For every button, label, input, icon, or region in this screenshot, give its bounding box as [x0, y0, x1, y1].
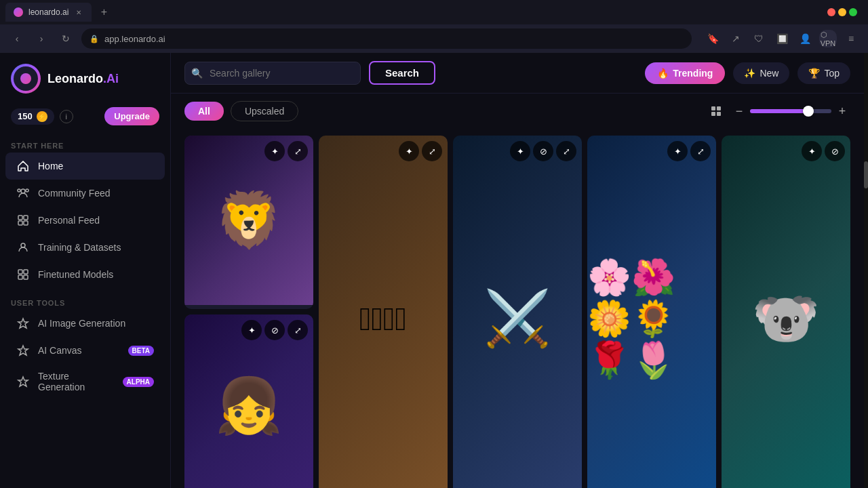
sidebar-item-finetuned[interactable]: Finetuned Models	[5, 261, 165, 288]
profile-icon[interactable]: 👤	[796, 30, 814, 47]
magic-button-1[interactable]: ✦	[264, 141, 285, 161]
new-button[interactable]: ✨ New	[733, 62, 789, 84]
grid-view-button[interactable]	[705, 100, 727, 122]
gallery-item-1[interactable]: ✦ ⤢	[184, 136, 313, 309]
gallery-grid: ✦ ⤢ 𓀀𓁀𓂀𓃀 ✦ ⤢ ⚔️ ✦ ⊘ ⤢	[184, 136, 850, 488]
sidebar-item-training[interactable]: Training & Datasets	[5, 234, 165, 261]
trending-button[interactable]: 🔥 Trending	[645, 62, 725, 84]
zoom-control: − +	[731, 103, 850, 119]
window-maximize[interactable]	[849, 8, 857, 16]
training-icon	[16, 241, 30, 254]
no-entry-button-3[interactable]: ⊘	[533, 141, 553, 161]
reload-button[interactable]: ↻	[57, 30, 75, 47]
browser-chrome: leonardo.ai ✕ + ‹ › ↻ 🔒 app.leonardo.ai …	[0, 0, 868, 53]
zoom-plus-button[interactable]: +	[834, 103, 850, 119]
expand-button-2[interactable]: ⤢	[422, 141, 442, 161]
gallery-item-2[interactable]: 𓀀𓁀𓂀𓃀 ✦ ⤢	[319, 136, 448, 488]
credits-icon: ⚡	[37, 111, 47, 122]
search-wrapper: 🔍	[184, 62, 361, 85]
url-bar[interactable]: 🔒 app.leonardo.ai	[81, 28, 692, 49]
trending-icon: 🔥	[657, 68, 669, 79]
texture-gen-label: Texture Generation	[38, 371, 115, 392]
logo-avatar	[11, 64, 41, 94]
gallery: ✦ ⤢ 𓀀𓁀𓂀𓃀 ✦ ⤢ ⚔️ ✦ ⊘ ⤢	[171, 129, 864, 488]
gallery-item-4[interactable]: 🌸🌺🌼🌻🌹🌷 ✦ ⤢	[587, 136, 716, 488]
credits-badge: 150 ⚡	[11, 108, 54, 125]
grid-controls: − +	[705, 100, 850, 122]
gallery-item-3[interactable]: ⚔️ ✦ ⊘ ⤢	[453, 136, 582, 488]
top-button[interactable]: 🏆 Top	[797, 62, 850, 84]
sidebar: Leonardo.Ai 150 ⚡ i Upgrade Start Here H…	[0, 53, 171, 488]
info-button[interactable]: i	[60, 110, 73, 123]
svg-rect-12	[24, 275, 28, 279]
magic-button-2[interactable]: ✦	[399, 141, 419, 161]
main-scrollbar	[864, 53, 868, 488]
vpn-badge: ⬡ VPN	[819, 30, 837, 47]
menu-icon[interactable]: ≡	[842, 30, 860, 47]
magic-button-4[interactable]: ✦	[667, 141, 688, 161]
window-close[interactable]	[827, 8, 835, 16]
active-tab[interactable]: leonardo.ai ✕	[5, 3, 92, 22]
expand-button-6[interactable]: ⤢	[288, 320, 308, 340]
svg-point-8	[21, 243, 25, 247]
upgrade-button[interactable]: Upgrade	[104, 107, 159, 125]
no-entry-button-6[interactable]: ⊘	[264, 320, 285, 340]
window-minimize[interactable]	[838, 8, 846, 16]
top-icon: 🏆	[808, 68, 820, 79]
ssl-icon: 🔒	[90, 35, 99, 43]
forward-button[interactable]: ›	[33, 30, 50, 47]
logo-icon	[18, 71, 33, 86]
zoom-slider[interactable]	[750, 109, 831, 113]
section-tools-label: User Tools	[0, 293, 170, 310]
sidebar-item-ai-canvas[interactable]: AI Canvas BETA	[5, 337, 165, 364]
alpha-badge: ALPHA	[123, 377, 154, 387]
gallery-item-5[interactable]: 🐨 ✦ ⊘	[722, 136, 850, 488]
filter-upscaled-button[interactable]: Upscaled	[231, 101, 298, 121]
magic-button-5[interactable]: ✦	[802, 141, 822, 161]
search-input[interactable]	[184, 62, 361, 85]
address-bar: ‹ › ↻ 🔒 app.leonardo.ai 🔖 ↗ 🛡 🔲 👤 ⬡ VPN …	[0, 24, 868, 53]
svg-rect-6	[18, 221, 22, 225]
ai-image-icon	[16, 317, 30, 330]
logo-avatar-inner	[14, 66, 38, 91]
sidebar-item-personal-feed[interactable]: Personal Feed	[5, 207, 165, 234]
extensions-icon[interactable]: 🔲	[773, 30, 791, 47]
tab-close-button[interactable]: ✕	[74, 7, 83, 17]
main-content: 🔍 Search 🔥 Trending ✨ New 🏆 Top All Upsc…	[171, 53, 864, 488]
tab-favicon	[14, 7, 23, 17]
sidebar-item-home[interactable]: Home	[5, 152, 165, 180]
share-icon[interactable]: ↗	[727, 30, 745, 47]
svg-rect-9	[18, 270, 22, 274]
app-layout: Leonardo.Ai 150 ⚡ i Upgrade Start Here H…	[0, 53, 868, 488]
top-label: Top	[824, 68, 840, 79]
sidebar-item-community-feed[interactable]: Community Feed	[5, 180, 165, 207]
filter-all-button[interactable]: All	[184, 102, 224, 121]
sidebar-item-ai-image[interactable]: AI Image Generation	[5, 310, 165, 337]
expand-button-1[interactable]: ⤢	[288, 141, 308, 161]
svg-rect-16	[711, 106, 715, 110]
search-button[interactable]: Search	[369, 61, 435, 85]
new-tab-button[interactable]: +	[94, 3, 113, 22]
magic-button-6[interactable]: ✦	[241, 320, 262, 340]
no-entry-button-5[interactable]: ⊘	[825, 141, 845, 161]
anime-girl-image: 👧	[184, 314, 313, 488]
gallery-item-6[interactable]: 👧 ✦ ⊘ ⤢	[184, 314, 313, 488]
zoom-minus-button[interactable]: −	[731, 103, 747, 119]
shield-icon[interactable]: 🛡	[750, 30, 768, 47]
expand-button-3[interactable]: ⤢	[556, 141, 576, 161]
finetuned-label: Finetuned Models	[38, 269, 113, 280]
bookmark-icon[interactable]: 🔖	[704, 30, 722, 47]
sidebar-item-texture-generation[interactable]: Texture Generation ALPHA	[5, 364, 165, 399]
magic-button-3[interactable]: ✦	[510, 141, 530, 161]
back-button[interactable]: ‹	[8, 30, 26, 47]
svg-rect-19	[717, 112, 721, 116]
item-overlay-4: ✦ ⤢	[667, 141, 711, 161]
expand-button-4[interactable]: ⤢	[690, 141, 711, 161]
svg-marker-14	[18, 346, 28, 355]
svg-point-2	[26, 189, 28, 192]
scrollbar-thumb[interactable]	[864, 161, 868, 188]
svg-rect-10	[24, 270, 28, 274]
item-overlay-2: ✦ ⤢	[399, 141, 442, 161]
url-text: app.leonardo.ai	[104, 34, 165, 44]
item-overlay-6: ✦ ⊘ ⤢	[241, 320, 308, 340]
